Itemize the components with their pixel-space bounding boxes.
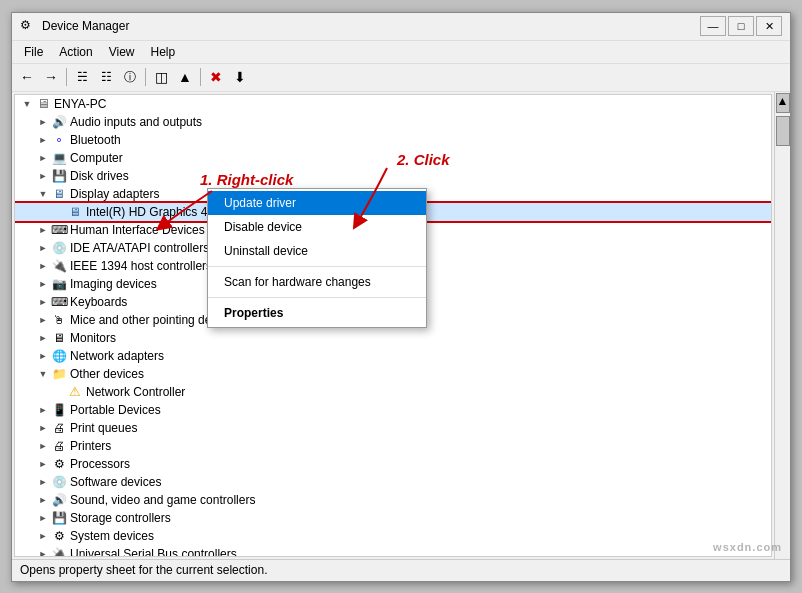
expand-keyboards[interactable]: ►: [35, 294, 51, 310]
scroll-up-btn[interactable]: ▲: [776, 93, 790, 113]
tree-printers[interactable]: ► 🖨 Printers: [15, 437, 771, 455]
tree-label-software: Software devices: [70, 475, 161, 489]
ctx-uninstall-device[interactable]: Uninstall device: [208, 239, 426, 263]
scan-button[interactable]: ⬇: [229, 66, 251, 88]
expand-disk[interactable]: ►: [35, 168, 51, 184]
ctx-properties[interactable]: Properties: [208, 301, 426, 325]
tree-software[interactable]: ► 💿 Software devices: [15, 473, 771, 491]
watermark: wsxdn.com: [713, 541, 782, 553]
expand-human[interactable]: ►: [35, 222, 51, 238]
info-button[interactable]: ⓘ: [119, 66, 141, 88]
icon-disk: 💾: [51, 168, 67, 184]
expand-sound[interactable]: ►: [35, 492, 51, 508]
tree-label-audio: Audio inputs and outputs: [70, 115, 202, 129]
icon-portable: 📱: [51, 402, 67, 418]
expand-display[interactable]: ▼: [35, 186, 51, 202]
tree-label-network: Network adapters: [70, 349, 164, 363]
ctx-scan-changes[interactable]: Scan for hardware changes: [208, 270, 426, 294]
tree-label-other: Other devices: [70, 367, 144, 381]
expand-network[interactable]: ►: [35, 348, 51, 364]
tree-system[interactable]: ► ⚙ System devices: [15, 527, 771, 545]
minimize-button[interactable]: —: [700, 16, 726, 36]
expand-processors[interactable]: ►: [35, 456, 51, 472]
back-button[interactable]: ←: [16, 66, 38, 88]
status-bar: Opens property sheet for the current sel…: [12, 559, 790, 581]
tree-printq[interactable]: ► 🖨 Print queues: [15, 419, 771, 437]
expand-mice[interactable]: ►: [35, 312, 51, 328]
tree-audio[interactable]: ► 🔊 Audio inputs and outputs: [15, 113, 771, 131]
show-hidden-button[interactable]: ◫: [150, 66, 172, 88]
tree-usb[interactable]: ► 🔌 Universal Serial Bus controllers: [15, 545, 771, 557]
expand-ide[interactable]: ►: [35, 240, 51, 256]
menu-view[interactable]: View: [101, 43, 143, 61]
tree-network[interactable]: ► 🌐 Network adapters: [15, 347, 771, 365]
forward-button[interactable]: →: [40, 66, 62, 88]
monitor-button[interactable]: ▲: [174, 66, 196, 88]
window-icon: ⚙: [20, 18, 36, 34]
tree-label-sound: Sound, video and game controllers: [70, 493, 255, 507]
tree-root[interactable]: ▼ 🖥 ENYA-PC: [15, 95, 771, 113]
tree-disk[interactable]: ► 💾 Disk drives: [15, 167, 771, 185]
icon-printer: 🖨: [51, 438, 67, 454]
icon-computer2: 💻: [51, 150, 67, 166]
expand-enya-pc[interactable]: ▼: [19, 96, 35, 112]
icon-processor: ⚙: [51, 456, 67, 472]
expand-monitors[interactable]: ►: [35, 330, 51, 346]
status-text: Opens property sheet for the current sel…: [20, 563, 267, 577]
expand-software[interactable]: ►: [35, 474, 51, 490]
ctx-separator-2: [208, 297, 426, 298]
expand-printq[interactable]: ►: [35, 420, 51, 436]
expand-computer[interactable]: ►: [35, 150, 51, 166]
tree-label-keyboards: Keyboards: [70, 295, 127, 309]
expand-storage[interactable]: ►: [35, 510, 51, 526]
tree-storage[interactable]: ► 💾 Storage controllers: [15, 509, 771, 527]
delete-button[interactable]: ✖: [205, 66, 227, 88]
ctx-disable-device[interactable]: Disable device: [208, 215, 426, 239]
icon-usb: 🔌: [51, 546, 67, 557]
menu-action[interactable]: Action: [51, 43, 100, 61]
tree-bluetooth[interactable]: ► ⚬ Bluetooth: [15, 131, 771, 149]
tree-other[interactable]: ▼ 📁 Other devices: [15, 365, 771, 383]
expand-bluetooth[interactable]: ►: [35, 132, 51, 148]
icon-ieee: 🔌: [51, 258, 67, 274]
expand-other[interactable]: ▼: [35, 366, 51, 382]
tree-netctrl[interactable]: ► ⚠ Network Controller: [15, 383, 771, 401]
tree-label-printq: Print queues: [70, 421, 137, 435]
icon-mouse: 🖱: [51, 312, 67, 328]
expand-audio[interactable]: ►: [35, 114, 51, 130]
expand-printers[interactable]: ►: [35, 438, 51, 454]
icon-ide: 💿: [51, 240, 67, 256]
tree-sound[interactable]: ► 🔊 Sound, video and game controllers: [15, 491, 771, 509]
ctx-update-driver[interactable]: Update driver: [208, 191, 426, 215]
tree-portable[interactable]: ► 📱 Portable Devices: [15, 401, 771, 419]
toolbar: ← → ☵ ☷ ⓘ ◫ ▲ ✖ ⬇: [12, 64, 790, 92]
expand-portable[interactable]: ►: [35, 402, 51, 418]
tree-label-disk: Disk drives: [70, 169, 129, 183]
tree-label-portable: Portable Devices: [70, 403, 161, 417]
maximize-button[interactable]: □: [728, 16, 754, 36]
tree-computer[interactable]: ► 💻 Computer: [15, 149, 771, 167]
tree-label-system: System devices: [70, 529, 154, 543]
menu-help[interactable]: Help: [143, 43, 184, 61]
tree-label-imaging: Imaging devices: [70, 277, 157, 291]
icon-bluetooth: ⚬: [51, 132, 67, 148]
tree-monitors[interactable]: ► 🖥 Monitors: [15, 329, 771, 347]
expand-usb[interactable]: ►: [35, 546, 51, 557]
scrollbar[interactable]: ▲: [774, 92, 790, 559]
update-driver-button[interactable]: ☷: [95, 66, 117, 88]
expand-imaging[interactable]: ►: [35, 276, 51, 292]
scroll-thumb[interactable]: [776, 116, 790, 146]
tree-label-mice: Mice and other pointing de...: [70, 313, 221, 327]
tree-label-enya-pc: ENYA-PC: [54, 97, 106, 111]
tree-label-ieee: IEEE 1394 host controllers: [70, 259, 212, 273]
icon-network: 🌐: [51, 348, 67, 364]
close-button[interactable]: ✕: [756, 16, 782, 36]
properties-button[interactable]: ☵: [71, 66, 93, 88]
icon-keyboard: ⌨: [51, 294, 67, 310]
menu-file[interactable]: File: [16, 43, 51, 61]
expand-system[interactable]: ►: [35, 528, 51, 544]
ctx-separator-1: [208, 266, 426, 267]
tree-processors[interactable]: ► ⚙ Processors: [15, 455, 771, 473]
expand-ieee[interactable]: ►: [35, 258, 51, 274]
title-bar: ⚙ Device Manager — □ ✕: [12, 13, 790, 41]
